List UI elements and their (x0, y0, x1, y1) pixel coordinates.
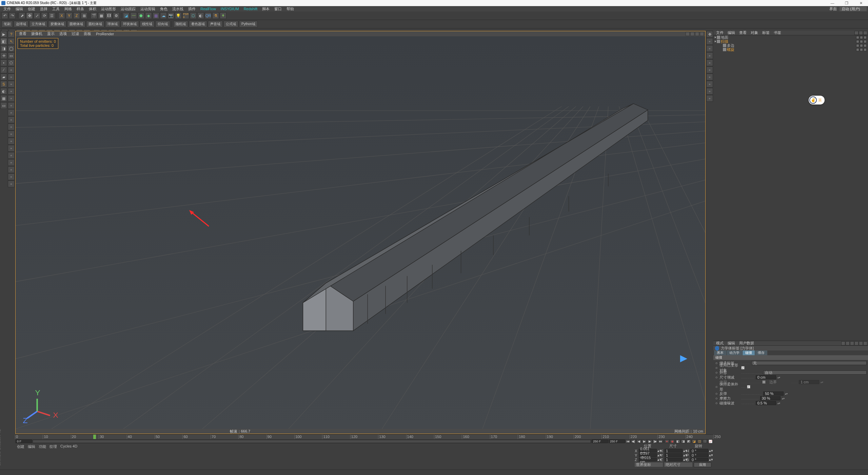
add-cube-button[interactable]: ◪ (123, 12, 130, 19)
add-camera-button[interactable]: 📷 (167, 12, 174, 19)
objmenu-对象[interactable]: 对象 (749, 30, 760, 35)
objmgr-search-icon[interactable] (854, 31, 859, 35)
qr-button[interactable]: QR (205, 12, 212, 19)
add-modeling-button[interactable]: ◆ (145, 12, 152, 19)
tool-m[interactable]: ▫ (8, 152, 15, 159)
vis-editor-flag[interactable] (856, 44, 859, 47)
tool-h[interactable]: ▫ (8, 116, 15, 123)
viewport-orbit-icon[interactable] (695, 32, 699, 36)
use-margin-checkbox[interactable] (762, 380, 766, 384)
key-pla-button[interactable]: ◪ (692, 439, 696, 443)
menu-运动剪辑[interactable]: 运动剪辑 (138, 6, 157, 12)
render-settings-button[interactable]: ⚙ (113, 12, 120, 19)
camera-nav-8[interactable]: ▫ (706, 88, 713, 95)
menu-插件[interactable]: 插件 (186, 6, 198, 12)
objmenu-查看[interactable]: 查看 (737, 30, 749, 35)
add-light-button[interactable]: 💡 (175, 12, 182, 19)
arrow-tool[interactable]: ↖ (8, 38, 15, 45)
add-generator-button[interactable]: ⬣ (138, 12, 144, 19)
coll-noise-field[interactable]: 0.5 % (756, 401, 776, 405)
menu-运动跟踪[interactable]: 运动跟踪 (119, 6, 138, 12)
menu-体积[interactable]: 体积 (87, 6, 98, 12)
menu-角色[interactable]: 角色 (158, 6, 170, 12)
prev-key-button[interactable]: ◀| (631, 439, 636, 443)
camera-nav-3[interactable]: ▫ (706, 52, 713, 59)
prev-frame-button[interactable]: ◀ (636, 439, 641, 443)
tool-j[interactable]: ▫ (8, 131, 15, 137)
margin-field[interactable]: 1 cm (799, 380, 819, 384)
attr-fwd-icon[interactable] (846, 341, 850, 345)
object-row-多边[interactable]: 多边 (713, 43, 868, 48)
autokey-button[interactable]: ◉ (670, 439, 675, 443)
vis-editor-flag[interactable] (856, 36, 859, 39)
field-笔刷[interactable]: 笔刷 (1, 21, 13, 27)
objmenu-标签[interactable]: 标签 (760, 30, 772, 35)
undo-button[interactable]: ↶ (1, 12, 8, 19)
model-mode[interactable]: ◧ (0, 38, 7, 45)
attrmenu-模式[interactable]: 模式 (714, 341, 726, 346)
attr-tab-基本[interactable]: 基本 (714, 350, 726, 355)
go-end-button[interactable]: ⏭ (658, 439, 663, 443)
objmgr-filter-icon[interactable] (859, 31, 863, 35)
menu-INSYDIUM[interactable]: INSYDIUM (219, 7, 241, 11)
key-rot-button[interactable]: ◩ (686, 439, 691, 443)
add-deformer-button[interactable]: ▥ (153, 12, 159, 19)
mograph-button[interactable]: ⬡ (190, 12, 197, 19)
next-frame-button[interactable]: ▶ (647, 439, 652, 443)
volume-button[interactable]: ◐ (197, 12, 204, 19)
tool-l[interactable]: ▫ (8, 145, 15, 152)
question-icon[interactable]: ? (8, 31, 15, 38)
camera-nav-5[interactable]: ▫ (706, 66, 713, 73)
camera-nav-7[interactable]: ▫ (706, 81, 713, 88)
attr-tab-缓存[interactable]: 缓存 (755, 350, 767, 355)
window-maximize-button[interactable]: ❐ (841, 1, 852, 5)
key-pos-button[interactable]: ◧ (675, 439, 680, 443)
window-minimize-button[interactable]: — (827, 1, 838, 5)
window-close-button[interactable]: ✕ (855, 1, 867, 5)
attr-back-icon[interactable] (841, 341, 845, 345)
coord-rot-X[interactable]: 0 ° (690, 449, 708, 453)
polygon-mode[interactable]: ▰ (0, 74, 7, 80)
timeline-end-field[interactable]: 250 F (592, 439, 608, 443)
tag-icon[interactable] (864, 36, 867, 39)
lasso-tool[interactable]: ◯ (8, 45, 15, 52)
attr-config-icon[interactable] (863, 341, 867, 345)
render-region-button[interactable]: ▦ (98, 12, 105, 19)
axis-z-toggle[interactable]: Z (73, 12, 80, 19)
timeline-ruler[interactable]: 0102030405060708090100110120130140150160… (15, 435, 713, 439)
edge-mode[interactable]: ⁄ (0, 66, 7, 73)
vis-render-flag[interactable] (860, 48, 863, 51)
matmenu-创建[interactable]: 创建 (17, 444, 24, 469)
vis-render-flag[interactable] (860, 40, 863, 43)
bounce-field[interactable]: 50 % (763, 392, 784, 396)
uv-point-mode[interactable]: S (0, 81, 7, 88)
menu-文件[interactable]: 文件 (1, 6, 13, 12)
field-胶囊体域[interactable]: 胶囊体域 (48, 21, 66, 27)
record-key-button[interactable]: ● (665, 439, 669, 443)
camera-nav-4[interactable]: ▫ (706, 59, 713, 66)
tool-c[interactable]: ▫ (8, 81, 15, 88)
menu-RealFlow[interactable]: RealFlow (198, 7, 218, 11)
render-view-button[interactable]: 🎬 (91, 12, 97, 19)
tool-d[interactable]: ▫ (8, 88, 15, 95)
tool-k[interactable]: ▫ (8, 138, 15, 145)
vis-editor-flag[interactable] (856, 40, 859, 43)
object-row-螺旋[interactable]: 螺旋 (713, 48, 868, 52)
object-mode[interactable]: ◨ (0, 45, 7, 52)
axis-y-toggle[interactable]: Y (66, 12, 73, 19)
tag-icon[interactable] (864, 48, 867, 51)
coord-pos-Z[interactable]: -0.015 cm (639, 458, 657, 461)
objmenu-书签[interactable]: 书签 (772, 30, 783, 35)
camera-nav-2[interactable]: ▫ (706, 45, 713, 52)
tool-p[interactable]: ▫ (8, 173, 15, 180)
field-随机域[interactable]: 随机域 (173, 21, 188, 27)
timeline-options-button[interactable]: ⋮ (703, 439, 707, 443)
tag-icon[interactable] (864, 44, 867, 47)
tool-o[interactable]: ▫ (8, 166, 15, 173)
tool-g[interactable]: ▫ (8, 109, 15, 116)
key-scale-button[interactable]: ◨ (681, 439, 686, 443)
viewport-perspective[interactable]: 查看摄像机显示选项过滤面板ProRender (15, 31, 706, 434)
axis-mode[interactable]: ✛ (0, 52, 7, 59)
vpmenu-摄像机[interactable]: 摄像机 (29, 31, 44, 36)
matmenu-编辑[interactable]: 编辑 (28, 444, 35, 469)
